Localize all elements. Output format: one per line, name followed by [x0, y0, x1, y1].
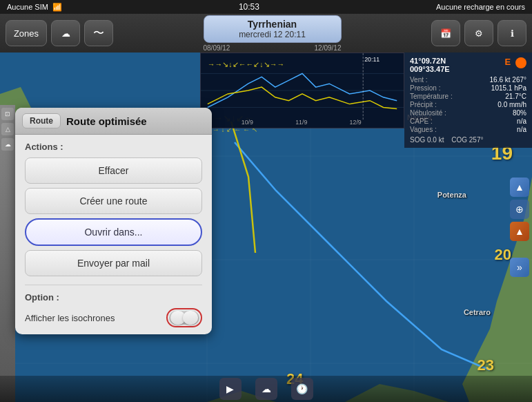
down-arrow-button[interactable]: ▲ [510, 222, 529, 241]
svg-text:10/9: 10/9 [242, 119, 253, 126]
toggle-knob-right [183, 311, 198, 325]
cape-row: CAPE : n/a [410, 117, 526, 125]
play-button[interactable]: ▶ [219, 378, 242, 400]
route-panel: Route Route optimisée Actions : Effacer … [15, 108, 212, 334]
strip-item-2: △ [1, 123, 14, 135]
weather-icon: ☁ [262, 383, 271, 394]
cog-value: COG 257° [451, 136, 483, 144]
upload-icon: ☁ [61, 28, 70, 39]
option-label: Option : [25, 292, 202, 303]
center-display: Tyrrhenian mercredi 12 20:11 08/09/12 12… [117, 15, 427, 52]
right-info: 41°09.72N 009°33.47E E Vent : 16.6 kt 26… [404, 52, 532, 148]
svg-text:→→↘↓↙←←↙↓↘→→: →→↘↓↙←←↙↓↘→→ [208, 60, 284, 68]
isochrones-label: Afficher les isochrones [25, 313, 115, 323]
weather-button[interactable]: ☁ [255, 378, 277, 400]
flag-indicator: E [505, 57, 526, 68]
calendar-button[interactable]: 📅 [431, 20, 460, 46]
svg-text:11/9: 11/9 [295, 119, 307, 126]
effacer-button[interactable]: Effacer [25, 157, 202, 184]
upload-button[interactable]: ☁ [51, 20, 80, 46]
toggle-track [169, 311, 199, 325]
envoyer-mail-button[interactable]: Envoyer par mail [25, 250, 202, 276]
info-button[interactable]: ℹ [497, 20, 526, 46]
strip-item-3: ☁ [1, 138, 14, 151]
strip-item-1: ⊡ [1, 108, 14, 120]
graph-icon: 〜 [93, 26, 104, 41]
coords-lat: 41°09.72N [410, 57, 450, 65]
panel-title: Route optimisée [66, 115, 147, 127]
wifi-icon: 📶 [52, 3, 62, 12]
map-label-potenza: Potenza [437, 191, 466, 199]
settings-button[interactable]: ⚙ [464, 20, 493, 46]
panel-body: Actions : Effacer Créer une route Ouvrir… [15, 135, 212, 334]
compass-button[interactable]: ⊕ [510, 200, 529, 219]
toolbar-right: 📅 ⚙ ℹ [431, 20, 526, 46]
charge-status: Aucune recharge en cours [436, 3, 525, 11]
vessel-info-box[interactable]: Tyrrhenian mercredi 12 20:11 [204, 15, 342, 43]
isochrones-toggle[interactable] [166, 308, 202, 327]
svg-text:12/9: 12/9 [350, 119, 362, 126]
date-range: 08/09/12 12/09/12 [204, 44, 342, 52]
clock-button[interactable]: 🕐 [291, 378, 313, 400]
toolbar: Zones ☁ 〜 Tyrrhenian mercredi 12 20:11 0… [0, 14, 532, 52]
graph-button[interactable]: 〜 [84, 20, 113, 46]
bottom-strip: ▶ ☁ 🕐 [0, 376, 532, 402]
status-bar: Aucune SIM 📶 10:53 Aucune recharge en co… [0, 0, 532, 14]
coords-block: 41°09.72N 009°33.47E [410, 57, 450, 73]
calendar-icon: 📅 [440, 28, 451, 39]
precipit-value: 0.0 mm/h [497, 101, 526, 108]
vagues-value: n/a [517, 126, 526, 133]
creer-route-button[interactable]: Créer une route [25, 188, 202, 214]
right-arrows: ▲ ⊕ ▲ » [507, 175, 532, 280]
up-arrow-button[interactable]: ▲ [510, 178, 529, 197]
time-display: 10:53 [239, 2, 259, 12]
svg-text:20:11: 20:11 [364, 56, 380, 63]
coords-lon: 009°33.47E [410, 65, 450, 73]
panel-header: Route Route optimisée [15, 108, 212, 135]
option-section: Option : Afficher les isochrones [25, 285, 202, 327]
pression-row: Pression : 1015.1 hPa [410, 84, 526, 92]
map-area[interactable]: →→↘↓↙← → → ↓ ↙ ← ← ↖ 10/9 11/9 12/9 [0, 52, 532, 402]
clock-icon: 🕐 [296, 383, 308, 394]
sog-cog-row: SOG 0.0 kt COG 257° [410, 136, 526, 144]
isochrones-row: Afficher les isochrones [25, 308, 202, 327]
coords-row: 41°09.72N 009°33.47E E [410, 57, 526, 73]
vessel-date: mercredi 12 20:11 [218, 30, 327, 39]
right-arrow-button[interactable]: » [510, 258, 529, 277]
left-strip: ⊡ △ ☁ [0, 105, 15, 402]
map-label-cetraro: Cetraro [464, 308, 491, 316]
wind-value: 16.6 kt 267° [490, 76, 526, 84]
vessel-name: Tyrrhenian [218, 19, 327, 30]
status-right: Aucune recharge en cours [436, 3, 525, 11]
temperature-value: 21.7°C [505, 93, 526, 100]
sim-status: Aucune SIM [7, 3, 48, 11]
temperature-row: Température : 21.7°C [410, 93, 526, 100]
ouvrir-dans-button[interactable]: Ouvrir dans... [25, 218, 202, 246]
sog-value: SOG 0.0 kt [410, 136, 444, 144]
nebulosite-value: 80% [513, 109, 526, 117]
compass-icon: ⊕ [515, 204, 524, 215]
vagues-row: Vagues : n/a [410, 126, 526, 133]
wind-chart: 10/9 11/9 12/9 20:11 →→↘↓↙←←↙↓↘→→ [200, 52, 404, 128]
date-end: 12/09/12 [315, 44, 342, 52]
settings-icon: ⚙ [475, 28, 483, 39]
date-start: 08/09/12 [204, 44, 230, 52]
info-icon: ℹ [511, 28, 514, 39]
wind-row: Vent : 16.6 kt 267° [410, 76, 526, 84]
zones-button[interactable]: Zones [6, 20, 47, 46]
status-left: Aucune SIM 📶 [7, 3, 62, 12]
actions-label: Actions : [25, 142, 202, 152]
precipit-row: Précipit : 0.0 mm/h [410, 101, 526, 108]
route-tab[interactable]: Route [22, 113, 61, 128]
map-number-23: 23 [477, 356, 494, 374]
cape-value: n/a [517, 117, 526, 125]
nebulosite-row: Nébulosité : 80% [410, 109, 526, 117]
pression-value: 1015.1 hPa [491, 84, 526, 92]
